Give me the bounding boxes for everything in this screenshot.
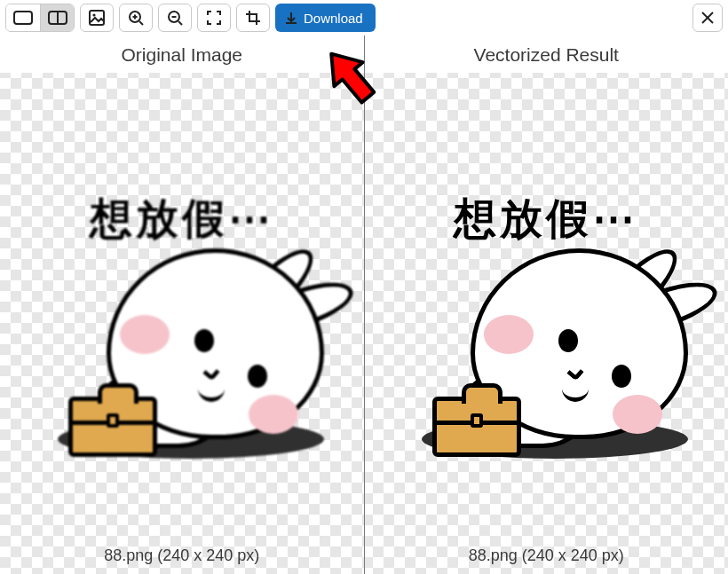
app-root: Download Original Image 想放假⋯ bbox=[0, 0, 728, 574]
download-button[interactable]: Download bbox=[275, 4, 376, 32]
zoom-in-button[interactable] bbox=[119, 4, 153, 32]
fit-icon bbox=[206, 10, 222, 26]
art-text-right: 想放假⋯ bbox=[454, 191, 638, 248]
svg-rect-0 bbox=[14, 12, 32, 24]
left-canvas[interactable]: 想放假⋯ bbox=[0, 73, 364, 574]
image-button[interactable] bbox=[80, 4, 114, 32]
zoom-out-button[interactable] bbox=[158, 4, 192, 32]
vectorized-image: 想放假⋯ bbox=[386, 164, 706, 484]
split-pane-icon bbox=[48, 11, 67, 25]
svg-line-10 bbox=[178, 21, 182, 25]
art-text-left: 想放假⋯ bbox=[90, 191, 274, 248]
fit-button[interactable] bbox=[197, 4, 231, 32]
close-icon bbox=[700, 11, 715, 25]
left-panel-title: Original Image bbox=[0, 35, 364, 73]
svg-rect-3 bbox=[90, 11, 104, 25]
single-pane-icon bbox=[13, 11, 33, 25]
single-view-button[interactable] bbox=[6, 4, 40, 31]
zoom-in-icon bbox=[128, 10, 144, 26]
close-button[interactable] bbox=[692, 4, 723, 32]
right-panel: Vectorized Result 想放假⋯ 88.png (240 x 240… bbox=[364, 35, 729, 574]
svg-line-6 bbox=[139, 21, 143, 25]
zoom-out-icon bbox=[167, 10, 183, 26]
toolbar: Download bbox=[0, 0, 728, 35]
svg-point-4 bbox=[92, 13, 95, 16]
crop-icon bbox=[245, 10, 261, 26]
split-view-button[interactable] bbox=[40, 4, 74, 31]
left-panel: Original Image 想放假⋯ 88.png (240 x 240 px… bbox=[0, 35, 364, 574]
left-caption: 88.png (240 x 240 px) bbox=[0, 546, 364, 565]
right-canvas[interactable]: 想放假⋯ bbox=[365, 73, 729, 574]
download-label: Download bbox=[304, 11, 363, 26]
download-icon bbox=[284, 11, 298, 25]
image-icon bbox=[89, 10, 105, 26]
crop-button[interactable] bbox=[236, 4, 270, 32]
right-panel-title: Vectorized Result bbox=[365, 35, 729, 73]
comparison-area: Original Image 想放假⋯ 88.png (240 x 240 px… bbox=[0, 35, 728, 574]
original-image: 想放假⋯ bbox=[22, 164, 342, 484]
right-caption: 88.png (240 x 240 px) bbox=[365, 546, 729, 565]
view-mode-group bbox=[5, 4, 75, 32]
